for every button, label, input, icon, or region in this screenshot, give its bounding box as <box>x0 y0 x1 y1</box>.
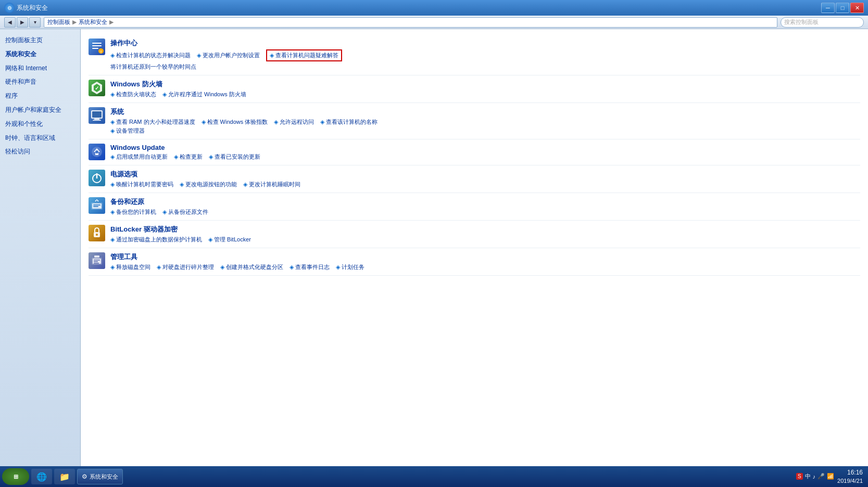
sidebar-item-clock[interactable]: 时钟、语言和区域 <box>0 131 80 145</box>
tools-link-5[interactable]: ◈ 计划任务 <box>336 263 364 271</box>
backup-svg <box>89 197 105 214</box>
svg-text:✓: ✓ <box>95 85 99 91</box>
taskbar-clock[interactable]: 16:16 2019/4/21 <box>837 469 863 484</box>
backup-title[interactable]: 备份和还原 <box>110 197 860 207</box>
firewall-link-1[interactable]: ◈ 检查防火墙状态 <box>110 91 156 98</box>
forward-button[interactable]: ▶ <box>17 17 28 28</box>
taskbar-tray: S 中 ♪ 🎤 📶 <box>796 472 834 480</box>
bitlocker-link-2[interactable]: ◈ 管理 BitLocker <box>208 236 251 244</box>
search-placeholder: 搜索控制面板 <box>784 18 819 26</box>
section-power: 电源选项 ◈ 唤醒计算机时需要密码 ◈ 更改电源按钮的功能 ◈ 更改计算机睡眠时… <box>89 165 860 193</box>
svg-rect-1 <box>92 43 102 44</box>
nav-buttons: ◀ ▶ ▾ <box>4 17 41 28</box>
svg-rect-12 <box>93 120 101 121</box>
winupdate-svg <box>89 144 105 160</box>
start-button[interactable]: ⊞ <box>2 468 29 485</box>
system-link-1[interactable]: ◈ 查看 RAM 的大小和处理器速度 <box>110 118 195 126</box>
system-link-2[interactable]: ◈ 检查 Windows 体验指数 <box>202 118 268 126</box>
svg-point-26 <box>96 234 98 236</box>
taskbar-app-button[interactable]: ⚙ 系统和安全 <box>77 469 123 484</box>
addressbar: ◀ ▶ ▾ 控制面板 ▶ 系统和安全 ▶ 搜索控制面板 <box>0 16 868 29</box>
bitlocker-icon <box>89 225 105 241</box>
svg-rect-11 <box>94 119 99 120</box>
system-links: ◈ 查看 RAM 的大小和处理器速度 ◈ 检查 Windows 体验指数 ◈ 允… <box>110 118 860 126</box>
svg-rect-22 <box>93 204 100 206</box>
power-icon <box>89 170 105 186</box>
system-link-5[interactable]: ◈ 设备管理器 <box>110 127 145 135</box>
sidebar: 控制面板主页 系统和安全 网络和 Internet 硬件和声音 程序 用户帐户和… <box>0 29 81 466</box>
sidebar-item-security[interactable]: 系统和安全 <box>0 47 80 61</box>
svg-rect-31 <box>94 261 98 262</box>
admin-tools-icon <box>89 252 105 269</box>
titlebar-title: 系统和安全 <box>17 4 48 12</box>
tools-link-2[interactable]: ◈ 对硬盘进行碎片整理 <box>157 263 214 271</box>
close-button[interactable]: ✕ <box>850 3 864 13</box>
bitlocker-link-1[interactable]: ◈ 通过加密磁盘上的数据保护计算机 <box>110 236 202 244</box>
power-link-1[interactable]: ◈ 唤醒计算机时需要密码 <box>110 181 173 188</box>
bitlocker-title[interactable]: BitLocker 驱动器加密 <box>110 225 860 234</box>
backup-link-1[interactable]: ◈ 备份您的计算机 <box>110 208 156 216</box>
sidebar-item-programs[interactable]: 程序 <box>0 89 80 103</box>
tools-link-4[interactable]: ◈ 查看事件日志 <box>290 263 330 271</box>
section-bitlocker: BitLocker 驱动器加密 ◈ 通过加密磁盘上的数据保护计算机 ◈ 管理 B… <box>89 221 860 248</box>
winupdate-link-3[interactable]: ◈ 查看已安装的更新 <box>209 153 260 161</box>
system-link-3[interactable]: ◈ 允许远程访问 <box>274 118 314 126</box>
back-button[interactable]: ◀ <box>4 17 16 28</box>
action-center-title[interactable]: 操作中心 <box>110 39 860 48</box>
power-title[interactable]: 电源选项 <box>110 170 860 179</box>
sidebar-item-hardware[interactable]: 硬件和声音 <box>0 75 80 89</box>
power-link-2[interactable]: ◈ 更改电源按钮的功能 <box>180 181 237 188</box>
winupdate-link-2[interactable]: ◈ 检查更新 <box>174 153 203 161</box>
firewall-link-2[interactable]: ◈ 允许程序通过 Windows 防火墙 <box>162 91 246 98</box>
sidebar-item-users[interactable]: 用户帐户和家庭安全 <box>0 103 80 117</box>
sidebar-item-home[interactable]: 控制面板主页 <box>0 33 80 47</box>
winupdate-link-1[interactable]: ◈ 启用或禁用自动更新 <box>110 153 168 161</box>
tray-icon-mic[interactable]: 🎤 <box>817 473 825 480</box>
taskbar-icon-ie[interactable]: 🌐 <box>31 469 52 484</box>
action-center-link-4[interactable]: 将计算机还原到一个较早的时间点 <box>110 63 196 71</box>
tray-icon-sound[interactable]: ♪ <box>813 473 816 480</box>
tray-icon-sogou[interactable]: S <box>796 473 803 480</box>
firewall-title[interactable]: Windows 防火墙 <box>110 80 860 89</box>
svg-rect-30 <box>94 260 100 261</box>
system-title[interactable]: 系统 <box>110 107 860 117</box>
section-firewall: ✓ Windows 防火墙 ◈ 检查防火墙状态 ◈ 允许程序通过 Windows… <box>89 75 860 103</box>
firewall-content: Windows 防火墙 ◈ 检查防火墙状态 ◈ 允许程序通过 Windows 防… <box>110 80 860 98</box>
content-area: ! 操作中心 ◈ 检查计算机的状态并解决问题 ◈ 更改用户帐户控制设置 ◈ <box>81 29 868 466</box>
section-action-center: ! 操作中心 ◈ 检查计算机的状态并解决问题 ◈ 更改用户帐户控制设置 ◈ <box>89 34 860 75</box>
section-system: 系统 ◈ 查看 RAM 的大小和处理器速度 ◈ 检查 Windows 体验指数 … <box>89 103 860 139</box>
breadcrumb-item-2[interactable]: 系统和安全 <box>79 18 107 26</box>
system-links-2: ◈ 设备管理器 <box>110 127 860 135</box>
backup-link-2[interactable]: ◈ 从备份还原文件 <box>162 208 208 216</box>
tools-svg <box>89 252 105 269</box>
backup-icon <box>89 197 105 214</box>
firewall-links: ◈ 检查防火墙状态 ◈ 允许程序通过 Windows 防火墙 <box>110 91 860 98</box>
dropdown-button[interactable]: ▾ <box>29 17 41 28</box>
admin-tools-title[interactable]: 管理工具 <box>110 252 860 262</box>
power-svg <box>89 170 105 186</box>
svg-rect-3 <box>92 48 98 49</box>
tray-icon-network[interactable]: 📶 <box>827 473 834 480</box>
action-center-links: ◈ 检查计算机的状态并解决问题 ◈ 更改用户帐户控制设置 ◈ 查看计算机问题疑难… <box>110 49 860 61</box>
windows-update-title[interactable]: Windows Update <box>110 144 860 151</box>
svg-point-15 <box>95 150 98 153</box>
breadcrumb-item-1[interactable]: 控制面板 <box>47 18 70 26</box>
sidebar-item-appearance[interactable]: 外观和个性化 <box>0 117 80 131</box>
maximize-button[interactable]: □ <box>836 3 849 13</box>
taskbar: ⊞ 🌐 📁 ⚙ 系统和安全 S 中 ♪ 🎤 📶 16:16 2019/4/21 <box>0 466 868 487</box>
tools-link-1[interactable]: ◈ 释放磁盘空间 <box>110 263 150 271</box>
tools-link-3[interactable]: ◈ 创建并格式化硬盘分区 <box>220 263 283 271</box>
power-link-3[interactable]: ◈ 更改计算机睡眠时间 <box>243 181 300 188</box>
search-box[interactable]: 搜索控制面板 <box>781 17 864 28</box>
windows-update-content: Windows Update ◈ 启用或禁用自动更新 ◈ 检查更新 ◈ 查看已安… <box>110 144 860 161</box>
sidebar-item-ease[interactable]: 轻松访问 <box>0 145 80 159</box>
action-center-link-3-highlighted[interactable]: ◈ 查看计算机问题疑难解答 <box>266 49 342 61</box>
taskbar-icon-explorer[interactable]: 📁 <box>54 469 75 484</box>
minimize-button[interactable]: ─ <box>821 3 835 13</box>
svg-rect-32 <box>94 263 99 264</box>
action-center-link-1[interactable]: ◈ 检查计算机的状态并解决问题 <box>110 49 191 61</box>
sidebar-item-network[interactable]: 网络和 Internet <box>0 61 80 75</box>
system-link-4[interactable]: ◈ 查看该计算机的名称 <box>320 118 378 126</box>
tray-icon-ime[interactable]: 中 <box>805 472 811 480</box>
action-center-link-2[interactable]: ◈ 更改用户帐户控制设置 <box>197 49 260 61</box>
